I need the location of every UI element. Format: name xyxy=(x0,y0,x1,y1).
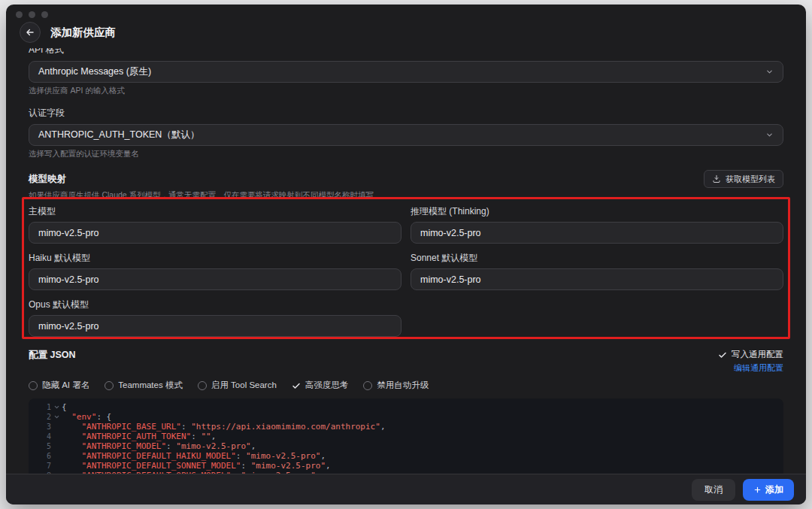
checkbox-unchecked-icon xyxy=(29,381,38,390)
config-json-title: 配置 JSON xyxy=(29,349,76,362)
arrow-left-icon xyxy=(25,27,35,38)
model-field: 主模型mimo-v2.5-pro xyxy=(29,205,401,244)
model-field: 推理模型 (Thinking)mimo-v2.5-pro xyxy=(411,205,783,244)
line-number: 5 xyxy=(33,442,51,450)
toggle-label: 禁用自动升级 xyxy=(377,380,429,391)
model-mapping-section: 主模型mimo-v2.5-pro推理模型 (Thinking)mimo-v2.5… xyxy=(29,205,783,337)
line-number: 1 xyxy=(33,403,51,411)
toggle-label: 隐藏 AI 署名 xyxy=(42,380,89,391)
code-text: "ANTHROPIC_DEFAULT_OPUS_MODEL": "mimo-v2… xyxy=(62,471,320,474)
code-text: "ANTHROPIC_AUTH_TOKEN": "", xyxy=(62,432,216,441)
model-field: Haiku 默认模型mimo-v2.5-pro xyxy=(29,252,401,290)
chevron-down-icon xyxy=(765,68,774,76)
code-line[interactable]: 1{ xyxy=(33,402,783,412)
line-number: 4 xyxy=(33,432,51,441)
minimize-button[interactable] xyxy=(29,11,35,18)
code-text: "ANTHROPIC_DEFAULT_HAIKU_MODEL": "mimo-v… xyxy=(62,451,326,461)
code-line[interactable]: 8 "ANTHROPIC_DEFAULT_OPUS_MODEL": "mimo-… xyxy=(33,471,783,474)
fetch-model-list-button[interactable]: 获取模型列表 xyxy=(704,170,783,188)
config-toggle[interactable]: 启用 Tool Search xyxy=(198,380,277,391)
toggle-label: 高强度思考 xyxy=(305,380,349,391)
add-button-label: 添加 xyxy=(765,483,783,496)
check-icon xyxy=(718,350,727,359)
code-line[interactable]: 3 "ANTHROPIC_BASE_URL": "https://api.xia… xyxy=(33,422,783,432)
code-line[interactable]: 4 "ANTHROPIC_AUTH_TOKEN": "", xyxy=(33,432,783,441)
line-number: 3 xyxy=(33,423,51,431)
write-common-config-toggle[interactable]: 写入通用配置 xyxy=(718,349,783,360)
config-toggle-row: 隐藏 AI 署名Teammates 模式启用 Tool Search高强度思考禁… xyxy=(29,380,783,391)
auth-field-value: ANTHROPIC_AUTH_TOKEN（默认） xyxy=(38,129,199,141)
traffic-lights xyxy=(16,11,48,18)
config-toggle[interactable]: 隐藏 AI 署名 xyxy=(29,380,89,391)
api-format-select[interactable]: Anthropic Messages (原生) xyxy=(29,61,783,83)
line-number: 8 xyxy=(33,471,51,474)
fetch-model-list-label: 获取模型列表 xyxy=(726,174,775,185)
model-field: Sonnet 默认模型mimo-v2.5-pro xyxy=(411,252,783,290)
model-field-input[interactable]: mimo-v2.5-pro xyxy=(29,315,401,337)
back-button[interactable] xyxy=(20,22,41,43)
model-field-label: Opus 默认模型 xyxy=(29,298,401,311)
fold-caret-icon[interactable] xyxy=(51,414,62,420)
code-line[interactable]: 6 "ANTHROPIC_DEFAULT_HAIKU_MODEL": "mimo… xyxy=(33,451,783,461)
close-button[interactable] xyxy=(16,11,23,18)
model-mapping-helper: 如果供应商原生提供 Claude 系列模型，通常无需配置。仅在需要将请求映射到不… xyxy=(29,190,783,201)
model-mapping-title: 模型映射 xyxy=(29,173,66,186)
config-toggle[interactable]: Teammates 模式 xyxy=(105,380,183,391)
line-number: 7 xyxy=(33,462,51,470)
model-field-label: 推理模型 (Thinking) xyxy=(411,205,783,218)
form-scroll-area[interactable]: API 格式 Anthropic Messages (原生) 选择供应商 API… xyxy=(6,48,806,474)
check-icon xyxy=(292,381,301,390)
config-json-header: 配置 JSON 写入通用配置 编辑通用配置 xyxy=(29,349,783,374)
code-text: "ANTHROPIC_MODEL": "mimo-v2.5-pro", xyxy=(62,441,256,451)
code-text: { xyxy=(62,402,67,412)
toggle-label: Teammates 模式 xyxy=(118,380,183,391)
fold-caret-icon[interactable] xyxy=(51,404,62,411)
api-format-label: API 格式 xyxy=(29,48,783,56)
model-field-input[interactable]: mimo-v2.5-pro xyxy=(411,268,783,290)
edit-common-config-link[interactable]: 编辑通用配置 xyxy=(734,362,783,374)
code-line[interactable]: 5 "ANTHROPIC_MODEL": "mimo-v2.5-pro", xyxy=(33,441,783,451)
add-button[interactable]: 添加 xyxy=(743,479,794,501)
code-line[interactable]: 7 "ANTHROPIC_DEFAULT_SONNET_MODEL": "mim… xyxy=(33,461,783,471)
code-line[interactable]: 2 "env": { xyxy=(33,412,783,422)
model-field-label: 主模型 xyxy=(29,205,401,218)
auth-field-select[interactable]: ANTHROPIC_AUTH_TOKEN（默认） xyxy=(29,124,783,146)
api-format-helper: 选择供应商 API 的输入格式 xyxy=(29,86,783,96)
page-header: 添加新供应商 xyxy=(20,22,116,43)
download-icon xyxy=(712,174,721,183)
code-text: "ANTHROPIC_BASE_URL": "https://api.xiaom… xyxy=(62,422,386,432)
cancel-button[interactable]: 取消 xyxy=(692,479,735,501)
api-format-value: Anthropic Messages (原生) xyxy=(38,65,151,78)
checkbox-unchecked-icon xyxy=(105,381,114,390)
write-common-config-label: 写入通用配置 xyxy=(732,349,783,360)
chevron-down-icon xyxy=(765,131,774,139)
auth-field-helper: 选择写入配置的认证环境变量名 xyxy=(29,149,783,159)
checkbox-unchecked-icon xyxy=(198,381,207,390)
footer-bar: 取消 添加 xyxy=(6,474,806,504)
code-text: "ANTHROPIC_DEFAULT_SONNET_MODEL": "mimo-… xyxy=(62,461,331,471)
zoom-button[interactable] xyxy=(41,11,48,18)
app-window: 添加新供应商 API 格式 Anthropic Messages (原生) 选择… xyxy=(6,5,806,504)
model-field-input[interactable]: mimo-v2.5-pro xyxy=(29,268,401,290)
config-toggle[interactable]: 高强度思考 xyxy=(292,380,349,391)
model-field-label: Sonnet 默认模型 xyxy=(411,252,783,265)
toggle-label: 启用 Tool Search xyxy=(211,380,277,391)
config-json-header-right: 写入通用配置 编辑通用配置 xyxy=(718,349,783,374)
page-title: 添加新供应商 xyxy=(50,22,116,43)
titlebar: 添加新供应商 xyxy=(6,5,806,48)
model-mapping-grid: 主模型mimo-v2.5-pro推理模型 (Thinking)mimo-v2.5… xyxy=(29,205,783,337)
line-number: 2 xyxy=(33,413,51,421)
checkbox-unchecked-icon xyxy=(363,381,372,390)
config-toggle[interactable]: 禁用自动升级 xyxy=(363,380,429,391)
plus-icon xyxy=(753,486,762,494)
auth-field-label: 认证字段 xyxy=(29,107,783,120)
model-field-input[interactable]: mimo-v2.5-pro xyxy=(411,222,783,244)
json-config-editor[interactable]: 1{2 "env": {3 "ANTHROPIC_BASE_URL": "htt… xyxy=(29,398,783,474)
model-mapping-header: 模型映射 获取模型列表 xyxy=(29,170,783,188)
model-field: Opus 默认模型mimo-v2.5-pro xyxy=(29,298,401,337)
model-field-input[interactable]: mimo-v2.5-pro xyxy=(29,222,401,244)
line-number: 6 xyxy=(33,452,51,460)
model-field-label: Haiku 默认模型 xyxy=(29,252,401,265)
code-text: "env": { xyxy=(62,412,111,422)
